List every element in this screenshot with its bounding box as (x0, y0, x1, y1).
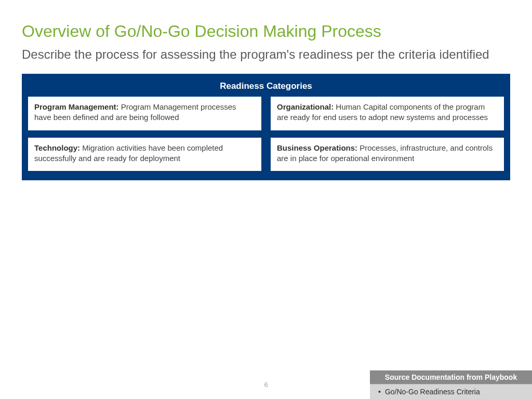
source-box-item: •Go/No-Go Readiness Criteria (370, 384, 532, 399)
source-item-text: Go/No-Go Readiness Criteria (385, 388, 480, 396)
card-label: Business Operations: (277, 143, 357, 152)
slide-subtitle: Describe the process for assessing the p… (22, 46, 510, 62)
card-label: Organizational: (277, 102, 334, 111)
slide: Overview of Go/No-Go Decision Making Pro… (0, 0, 532, 399)
source-documentation-box: Source Documentation from Playbook •Go/N… (370, 370, 532, 399)
card-business-operations: Business Operations: Processes, infrastr… (271, 138, 504, 171)
card-technology: Technology: Migration activities have be… (28, 138, 261, 171)
readiness-panel: Readiness Categories Program Management:… (22, 74, 510, 180)
card-organizational: Organizational: Human Capital components… (271, 97, 504, 130)
card-label: Program Management: (34, 102, 119, 111)
panel-header: Readiness Categories (28, 79, 504, 97)
card-label: Technology: (34, 143, 80, 152)
card-grid: Program Management: Program Management p… (28, 97, 504, 171)
card-program-management: Program Management: Program Management p… (28, 97, 261, 130)
bullet-icon: • (378, 388, 381, 396)
slide-title: Overview of Go/No-Go Decision Making Pro… (22, 22, 510, 41)
source-box-header: Source Documentation from Playbook (370, 370, 532, 384)
